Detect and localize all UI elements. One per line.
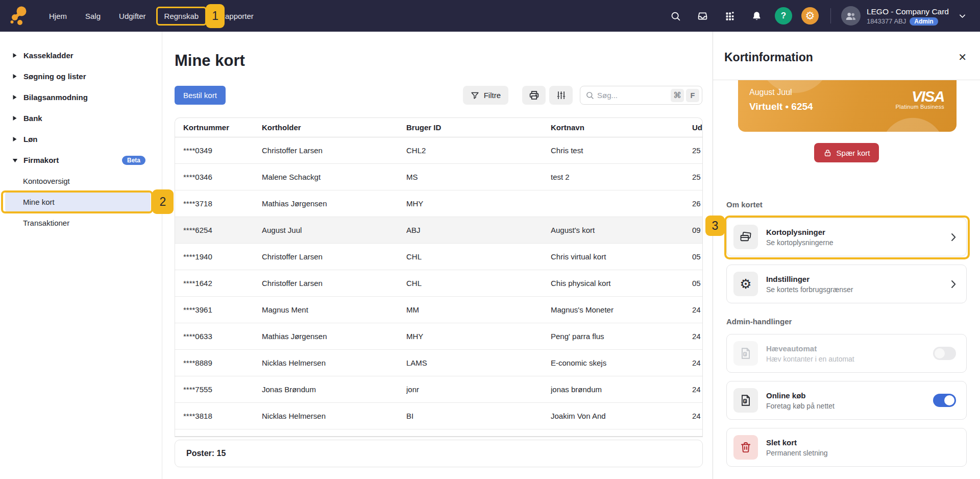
sidebar-item-kassekladder[interactable]: Kassekladder [0,45,162,66]
e-conomic-logo[interactable] [7,4,31,28]
column-header-kortnavn[interactable]: Kortnavn [551,123,692,132]
table-row[interactable]: ****6254August JuulABJAugust's kort09 [175,217,702,244]
table-cell: 24 [692,412,702,420]
close-icon[interactable]: ✕ [958,52,967,62]
panel-item-subtitle: Hæv kontanter i en automat [766,355,854,363]
table-cell: ****1940 [175,252,262,261]
toggle-on[interactable] [933,394,956,407]
table-row[interactable]: ****7555Jonas Brøndumjonrjonas brøndum24 [175,376,702,403]
table-cell: Mathias Jørgensen [262,199,406,208]
funnel-icon [471,91,479,100]
triangle-right-icon [12,74,18,79]
table-cell: ****0633 [175,332,262,341]
annotation-step-2: 2 [152,189,174,214]
column-header-udlob[interactable]: Ud [692,123,702,132]
visa-card-preview: August Juul Virtuelt • 6254 VISA Platinu… [738,80,957,132]
sidebar-item-label: Bilagsanmodning [23,93,88,102]
sidebar-item-bilagsanmodning[interactable]: Bilagsanmodning [0,87,162,108]
table-row[interactable]: ****0349Christoffer LarsenCHL2Chris test… [175,137,702,164]
table-row[interactable]: ****3718Mathias JørgensenMHY26 [175,190,702,217]
column-settings-button[interactable] [549,86,573,105]
inbox-icon[interactable] [697,11,708,21]
sidebar-item-bank[interactable]: Bank [0,108,162,129]
toggle-off [933,347,956,360]
help-question-icon: ? [781,11,786,21]
chevron-down-icon[interactable] [958,12,967,20]
sidebar-item-label: Løn [23,135,38,143]
column-header-kortholder[interactable]: Kortholder [262,123,406,132]
table-row[interactable]: ****3818Nicklas HelmersenBIJoakim Von An… [175,403,702,429]
help-button[interactable]: ? [775,7,792,25]
table-cell: ****3818 [175,412,262,420]
panel-item-title: Indstillinger [766,275,853,283]
table-row[interactable]: ****1642Christoffer LarsenCHLChis physic… [175,270,702,297]
freeze-card-button[interactable]: Spær kort [814,143,879,162]
sidebar-item-s-gning-og-lister[interactable]: Søgning og lister [0,66,162,87]
filter-button[interactable]: Filtre [463,86,508,105]
panel-item-title: Hæveautomat [766,344,854,353]
search-input[interactable] [597,91,663,100]
table-cell: E-conomic skejs [551,358,692,367]
avatar[interactable] [841,6,861,26]
column-header-bruger-id[interactable]: Bruger ID [406,123,551,132]
table-cell: August's kort [551,226,692,234]
partial-row [175,429,702,437]
gear-icon: ⚙ [805,10,815,22]
table-cell: jonr [406,385,551,394]
cash-doc-icon: $ [733,341,758,366]
order-card-button[interactable]: Bestil kort [175,86,226,105]
cards-table-body: ****0349Christoffer LarsenCHL2Chris test… [175,137,702,429]
sidebar: KassekladderSøgning og listerBilagsanmod… [0,32,162,479]
table-cell: Malene Schackgt [262,173,406,181]
visa-tier: Platinum Business [895,104,944,110]
sidebar-item-firmakort[interactable]: FirmakortBeta [0,150,162,171]
nav-item-regnskab[interactable]: Regnskab [164,12,199,20]
table-row[interactable]: ****8889Nicklas HelmersenLAMSE-conomic s… [175,350,702,376]
cmd-key-badge: ⌘ [671,89,684,102]
cash-doc-icon: $ [733,388,758,413]
table-cell: ****0349 [175,146,262,155]
table-cell: ****0346 [175,173,262,181]
panel-item-h-veautomat[interactable]: $HæveautomatHæv kontanter i en automat [726,334,967,373]
search-icon[interactable] [670,11,681,21]
table-cell: ****6254 [175,226,262,234]
account-menu[interactable]: LEGO - Company Card 1843377 ABJ Admin [867,7,949,26]
bell-icon[interactable] [751,11,762,21]
nav-item-salg[interactable]: Salg [76,7,110,26]
table-cell: Peng' parra flus [551,332,692,341]
nav-item-rapporter[interactable]: Rapporter [218,7,263,26]
sidebar-subitem-transaktioner[interactable]: Transaktioner [0,212,162,233]
table-row[interactable]: ****0633Mathias JørgensenMHYPeng' parra … [175,323,702,350]
table-cell: Magnus's Moneter [551,305,692,314]
panel-item-slet-kort[interactable]: Slet kortPermanent sletning [726,428,967,467]
chevron-right-icon [951,280,956,289]
table-footer: Poster: 15 [175,440,703,467]
table-row[interactable]: ****0346Malene SchackgtMStest 225 [175,164,702,190]
panel-item-kortoplysninger[interactable]: KortoplysningerSe kortoplysningerne [726,218,967,256]
chevron-right-icon [951,233,956,242]
panel-item-online-k-b[interactable]: $Online købForetag køb på nettet [726,381,967,420]
table-cell: LAMS [406,358,551,367]
table-cell: Magnus Ment [262,305,406,314]
column-header-kortnummer[interactable]: Kortnummer [175,123,262,132]
settings-gear-button[interactable]: ⚙ [801,7,819,25]
print-button[interactable] [522,86,546,105]
search-field: ⌘ F [580,86,702,105]
sidebar-item-label: Kassekladder [23,51,74,60]
nav-item-udgifter[interactable]: Udgifter [110,7,155,26]
nav-item-hjem[interactable]: Hjem [40,7,76,26]
panel-title: Kortinformation [724,50,813,64]
card-info-panel: Kortinformation ✕ August Juul Virtuelt •… [713,32,980,479]
table-row[interactable]: ****3961Magnus MentMMMagnus's Moneter24 [175,297,702,323]
sidebar-subitem-mine-kort[interactable]: Mine kort [5,191,151,212]
apps-grid-icon[interactable] [724,11,735,21]
sidebar-subitem-kontooversigt[interactable]: Kontooversigt [0,171,162,191]
table-cell: Nicklas Helmersen [262,358,406,367]
sidebar-item-l-n[interactable]: Løn [0,129,162,150]
top-navbar: Hjem Salg Udgifter Regnskab 1 Rapporter … [0,0,980,32]
table-cell: ****8889 [175,358,262,367]
navbar-actions: ? ⚙ LEGO - Company Card 1843377 ABJ Admi… [662,6,967,26]
panel-item-indstillinger[interactable]: ⚙IndstillingerSe kortets forbrugsgrænser [726,265,967,303]
table-row[interactable]: ****1940Christoffer LarsenCHLChris virtu… [175,244,702,270]
table-cell: Christoffer Larsen [262,252,406,261]
